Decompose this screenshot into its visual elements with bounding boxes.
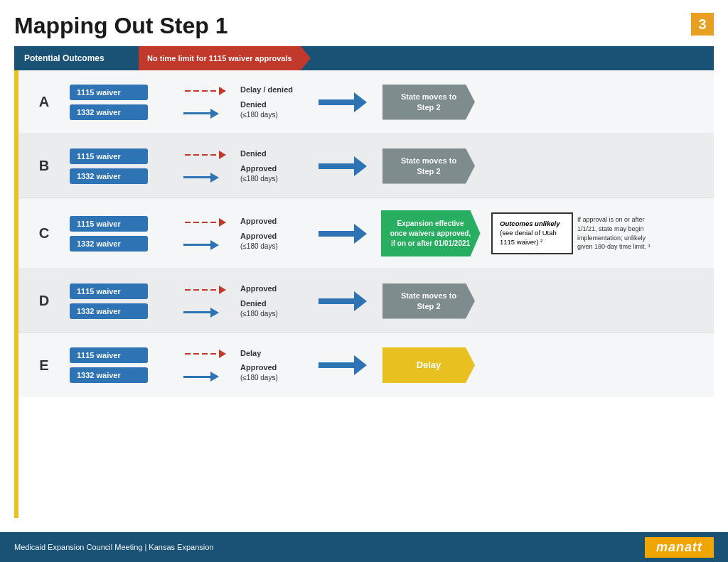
row-b-label: B	[18, 158, 70, 174]
row-c-outcome2: Approved	[240, 231, 318, 241]
row-e-big-blue-arrow	[318, 355, 367, 375]
row-d-outcome1: Approved	[240, 283, 318, 293]
footer-text: Medicaid Expansion Council Meeting | Kan…	[14, 543, 213, 551]
row-c-result: Expansion effective once waivers approve…	[375, 210, 486, 256]
row-e-solid-arrow	[183, 369, 219, 384]
no-time-limit-label: No time limit for 1115 waiver approvals	[139, 46, 301, 70]
row-e-result: Delay	[375, 347, 482, 383]
row-d-outcomes: Approved Denied (≤180 days)	[240, 283, 318, 318]
row-b-waiver1: 1115 waiver	[70, 148, 148, 164]
row-c-label: C	[18, 225, 70, 242]
row-b-arrows	[183, 147, 240, 185]
row-d-result-box: State moves toStep 2	[382, 283, 475, 319]
slide-number: 3	[691, 13, 714, 36]
row-d-label: D	[18, 293, 70, 309]
footer: Medicaid Expansion Council Meeting | Kan…	[0, 532, 728, 562]
row-b-big-blue-arrow	[318, 156, 367, 176]
row-a-waiver1: 1115 waiver	[70, 85, 148, 100]
row-a-result-box: State moves toStep 2	[382, 85, 475, 120]
row-e-outcome2-sub: (≤180 days)	[240, 373, 318, 382]
row-a-big-arrow	[318, 92, 375, 112]
row-c-result-box: Expansion effective once waivers approve…	[381, 210, 481, 256]
row-c-big-blue-arrow	[318, 224, 367, 244]
row-e-waiver1: 1115 waiver	[70, 347, 148, 363]
row-b-result-box: State moves toStep 2	[382, 148, 475, 184]
row-a-waiver2: 1332 waiver	[70, 104, 148, 120]
banner-arrow	[301, 46, 714, 70]
row-a-label: A	[18, 94, 70, 110]
row-c-waivers: 1115 waiver 1332 waiver	[70, 216, 183, 252]
row-e-result-box: Delay	[382, 347, 475, 383]
row-c-dashed-arrow	[183, 215, 226, 230]
row-d-outcome2: Denied	[240, 298, 318, 308]
row-b-big-arrow	[318, 156, 375, 176]
row-d-waiver1: 1115 waiver	[70, 283, 148, 299]
row-c-side-note-title: Outcomes unlikely	[500, 220, 564, 229]
row-a: A 1115 waiver 1332 waiver Delay / denied	[18, 70, 714, 134]
row-a-dashed-arrow	[183, 83, 226, 99]
row-c-arrows	[183, 215, 240, 253]
row-e-outcome1: Delay	[240, 348, 318, 358]
row-a-result: State moves toStep 2	[375, 85, 482, 120]
row-d-result: State moves toStep 2	[375, 283, 482, 319]
row-a-outcomes: Delay / denied Denied (≤180 days)	[240, 85, 318, 119]
row-d-dashed-arrow	[183, 282, 226, 298]
row-c-outcome1: Approved	[240, 216, 318, 226]
row-cd-side-note2: If approval is on or after 1/1/21, state…	[577, 215, 655, 251]
row-a-outcome2: Denied	[240, 99, 318, 109]
top-banner: Potential Outcomes No time limit for 111…	[14, 46, 714, 70]
rows-area: A 1115 waiver 1332 waiver Delay / denied	[18, 70, 714, 518]
footer-brand: manatt	[645, 537, 714, 558]
row-e-dashed-arrow	[183, 346, 226, 362]
potential-outcomes-label: Potential Outcomes	[14, 46, 132, 70]
row-a-arrows	[183, 83, 240, 121]
row-b-dashed-arrow	[183, 147, 226, 163]
row-c-solid-arrow	[183, 237, 219, 253]
row-b-waiver2: 1332 waiver	[70, 168, 148, 184]
row-c-big-arrow	[318, 224, 375, 244]
row-a-outcome1: Delay / denied	[240, 85, 318, 94]
row-e-waivers: 1115 waiver 1332 waiver	[70, 347, 183, 383]
row-d-outcome2-sub: (≤180 days)	[240, 309, 318, 318]
row-d-arrows	[183, 282, 240, 320]
row-a-big-blue-arrow	[318, 92, 367, 112]
page: Mapping Out Step 1 3 Potential Outcomes …	[0, 0, 728, 562]
row-c-side-note: Outcomes unlikely (see denial of Utah 11…	[491, 212, 573, 254]
row-d-big-blue-arrow	[318, 291, 367, 311]
row-b: B 1115 waiver 1332 waiver Denied	[18, 134, 714, 198]
row-e-outcome2: Approved	[240, 362, 318, 372]
row-c-side-note-body: (see denial of Utah 1115 waiver) ²	[500, 229, 564, 247]
row-b-solid-arrow	[183, 170, 219, 185]
row-e-label: E	[18, 357, 70, 374]
row-b-outcome2-sub: (≤180 days)	[240, 174, 318, 183]
row-d-solid-arrow	[183, 305, 219, 320]
row-e: E 1115 waiver 1332 waiver Delay	[18, 333, 714, 397]
row-e-big-arrow	[318, 355, 375, 375]
row-e-arrows	[183, 346, 240, 384]
row-a-solid-arrow	[183, 106, 219, 121]
row-d-big-arrow	[318, 291, 375, 311]
row-d: D 1115 waiver 1332 waiver Approved	[18, 269, 714, 333]
row-a-outcome2-sub: (≤180 days)	[240, 110, 318, 119]
row-b-outcome2: Approved	[240, 163, 318, 173]
row-c-outcomes: Approved Approved (≤180 days)	[240, 216, 318, 251]
row-b-waivers: 1115 waiver 1332 waiver	[70, 148, 183, 184]
row-c-outcome2-sub: (≤180 days)	[240, 242, 318, 251]
row-b-outcome1: Denied	[240, 148, 318, 158]
row-d-waiver2: 1332 waiver	[70, 303, 148, 319]
row-d-waivers: 1115 waiver 1332 waiver	[70, 283, 183, 319]
row-c-waiver2: 1332 waiver	[70, 236, 148, 252]
row-b-outcomes: Denied Approved (≤180 days)	[240, 148, 318, 183]
row-c: C 1115 waiver 1332 waiver Approved	[18, 198, 714, 269]
row-e-outcomes: Delay Approved (≤180 days)	[240, 348, 318, 383]
row-a-waivers: 1115 waiver 1332 waiver	[70, 85, 183, 120]
row-e-waiver2: 1332 waiver	[70, 367, 148, 383]
page-title: Mapping Out Step 1	[14, 13, 714, 39]
row-b-result: State moves toStep 2	[375, 148, 482, 184]
row-c-waiver1: 1115 waiver	[70, 216, 148, 232]
content-area: A 1115 waiver 1332 waiver Delay / denied	[14, 70, 714, 518]
